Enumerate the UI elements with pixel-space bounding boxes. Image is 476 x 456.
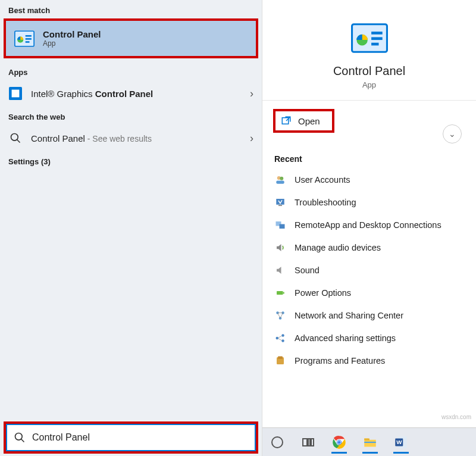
audio-devices-icon bbox=[274, 242, 286, 254]
svg-line-8 bbox=[17, 140, 20, 143]
search-box-highlight: Control Panel bbox=[4, 421, 258, 454]
svg-point-30 bbox=[276, 337, 279, 340]
recent-item[interactable]: Network and Sharing Center bbox=[267, 304, 471, 327]
recent-item[interactable]: Troubleshooting bbox=[267, 191, 471, 214]
file-explorer-icon[interactable] bbox=[359, 431, 381, 454]
search-input[interactable]: Control Panel bbox=[6, 424, 256, 451]
open-label: Open bbox=[298, 116, 320, 126]
cortana-icon[interactable] bbox=[266, 431, 289, 454]
chevron-right-icon: › bbox=[250, 132, 253, 145]
sound-icon bbox=[274, 264, 286, 276]
best-match-header: Best match bbox=[0, 0, 262, 18]
recent-item[interactable]: Manage audio devices bbox=[267, 236, 471, 259]
svg-rect-15 bbox=[371, 43, 378, 46]
svg-rect-14 bbox=[371, 37, 383, 40]
search-query-text: Control Panel bbox=[32, 432, 90, 443]
svg-rect-46 bbox=[364, 441, 376, 442]
settings-header: Settings (3) bbox=[0, 151, 262, 170]
programs-features-icon bbox=[274, 355, 286, 367]
svg-line-34 bbox=[278, 339, 281, 341]
detail-title: Control Panel bbox=[333, 64, 405, 78]
recent-item[interactable]: Sound bbox=[267, 259, 471, 282]
svg-rect-40 bbox=[311, 439, 314, 446]
watermark: wsxdn.com bbox=[441, 414, 471, 420]
results-column: Best match Control Panel App Apps Intel®… bbox=[0, 0, 262, 456]
recent-item[interactable]: RemoteApp and Desktop Connections bbox=[267, 214, 471, 236]
taskbar: W bbox=[262, 427, 476, 456]
svg-rect-22 bbox=[278, 205, 282, 207]
svg-rect-26 bbox=[283, 292, 284, 294]
expand-button[interactable]: ⌄ bbox=[443, 124, 462, 143]
svg-point-37 bbox=[272, 437, 283, 448]
recent-item[interactable]: Power Options bbox=[267, 282, 471, 304]
advanced-sharing-icon bbox=[274, 332, 286, 344]
svg-rect-4 bbox=[26, 41, 30, 43]
start-search-panel: Best match Control Panel App Apps Intel®… bbox=[0, 0, 476, 456]
apps-header: Apps bbox=[0, 62, 262, 80]
chrome-icon[interactable] bbox=[328, 431, 350, 454]
detail-header: Control Panel App bbox=[262, 0, 476, 101]
svg-line-10 bbox=[21, 439, 24, 442]
svg-rect-45 bbox=[364, 438, 369, 440]
web-item-control-panel[interactable]: Control Panel - See web results › bbox=[0, 125, 262, 151]
detail-subtitle: App bbox=[362, 80, 376, 89]
svg-point-31 bbox=[281, 334, 284, 337]
task-view-icon[interactable] bbox=[297, 431, 320, 454]
svg-rect-13 bbox=[371, 32, 383, 35]
svg-point-7 bbox=[11, 134, 18, 141]
svg-rect-39 bbox=[308, 439, 310, 446]
troubleshooting-icon bbox=[274, 196, 286, 208]
app-item-label: Intel® Graphics Control Panel bbox=[31, 89, 153, 99]
actions-row: Open ⌄ bbox=[262, 101, 476, 141]
svg-rect-24 bbox=[280, 224, 285, 229]
recent-header: Recent bbox=[262, 141, 476, 168]
user-accounts-icon bbox=[274, 174, 286, 186]
recent-item[interactable]: Advanced sharing settings bbox=[267, 327, 471, 349]
svg-rect-16 bbox=[282, 118, 289, 124]
svg-point-19 bbox=[280, 177, 283, 180]
svg-rect-25 bbox=[277, 291, 283, 295]
recent-item[interactable]: User Accounts bbox=[267, 168, 471, 191]
control-panel-icon bbox=[14, 30, 35, 47]
svg-rect-38 bbox=[303, 439, 307, 446]
remoteapp-icon bbox=[274, 219, 286, 231]
search-icon bbox=[13, 431, 26, 444]
svg-line-33 bbox=[278, 336, 281, 338]
svg-text:W: W bbox=[396, 439, 402, 445]
svg-rect-6 bbox=[12, 90, 20, 98]
detail-column: Control Panel App Open ⌄ Recent User Acc… bbox=[262, 0, 476, 456]
network-sharing-icon bbox=[274, 310, 286, 321]
best-match-title: Control Panel bbox=[43, 29, 101, 39]
word-icon[interactable]: W bbox=[390, 431, 412, 454]
svg-point-9 bbox=[15, 433, 23, 441]
svg-rect-20 bbox=[276, 181, 284, 184]
power-options-icon bbox=[274, 287, 286, 299]
chevron-down-icon: ⌄ bbox=[449, 129, 456, 139]
best-match-control-panel[interactable]: Control Panel App bbox=[4, 18, 258, 58]
svg-point-44 bbox=[337, 441, 340, 443]
recent-item[interactable]: Programs and Features bbox=[267, 349, 471, 372]
svg-rect-3 bbox=[26, 38, 32, 40]
svg-rect-36 bbox=[278, 357, 283, 360]
web-header: Search the web bbox=[0, 107, 262, 125]
control-panel-icon bbox=[351, 23, 388, 54]
chevron-right-icon: › bbox=[250, 88, 253, 100]
recent-list: User Accounts Troubleshooting RemoteApp … bbox=[262, 168, 476, 372]
svg-rect-2 bbox=[26, 35, 32, 37]
search-icon bbox=[8, 131, 23, 145]
best-match-text: Control Panel App bbox=[43, 29, 101, 48]
app-item-intel-graphics-cp[interactable]: Intel® Graphics Control Panel › bbox=[0, 80, 262, 107]
web-item-label: Control Panel - See web results bbox=[31, 133, 152, 143]
spacer bbox=[0, 170, 262, 421]
open-button[interactable]: Open bbox=[273, 109, 334, 133]
best-match-subtitle: App bbox=[43, 39, 101, 48]
intel-icon bbox=[8, 86, 23, 101]
open-icon bbox=[280, 115, 292, 127]
svg-point-32 bbox=[281, 339, 284, 342]
